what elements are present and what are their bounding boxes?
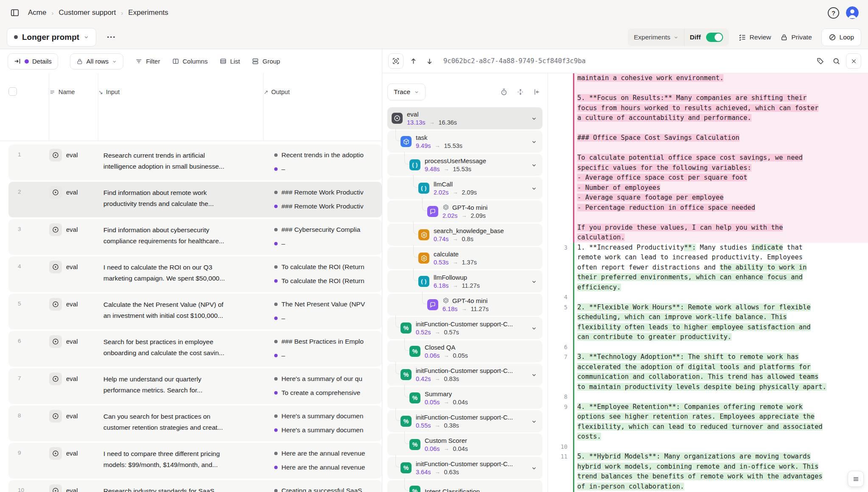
output-line: The Net Present Value (NPV (274, 300, 382, 308)
trace-span[interactable]: task 9.49s→15.53s (387, 131, 542, 153)
list-button[interactable]: List (220, 58, 240, 65)
table-row[interactable]: 9 eval I need to compare three different… (8, 443, 382, 478)
row-number: 9 (8, 443, 49, 478)
eval-icon (49, 335, 62, 348)
trace-span[interactable]: % initFunction-Customer support-C... 3.6… (387, 457, 542, 479)
timer-icon[interactable] (500, 88, 508, 96)
span-label: Custom Scorer (425, 436, 468, 445)
diff-line: 7 3. **Technology Adoption**: The shift … (548, 352, 868, 362)
column-header-input[interactable]: ↘ Input (98, 73, 264, 141)
previous-row-icon[interactable] (407, 55, 420, 67)
chevron-down-icon[interactable] (531, 465, 537, 471)
diff-line (548, 123, 868, 133)
breadcrumb: Acme › Customer support › Experiments (28, 8, 168, 17)
trace-view-selector[interactable]: Trace (387, 83, 426, 100)
breadcrumb-item-org[interactable]: Acme (28, 8, 46, 17)
more-actions-icon[interactable] (104, 33, 118, 42)
row-name-cell: eval (49, 219, 98, 255)
trace-span[interactable]: ( ) processUserMessage 9.48s→15.53s (387, 154, 542, 176)
table-row[interactable]: 2 eval Find information about remote wor… (8, 182, 382, 217)
private-button[interactable]: Private (780, 33, 812, 41)
diff-line: calculation. (548, 233, 868, 243)
loop-button[interactable]: Loop (821, 28, 861, 46)
scorer-icon: % (409, 439, 420, 450)
trace-span[interactable]: eval 13.13s→16.36s (387, 107, 542, 129)
table-row[interactable]: 10 eval Research industry standards for … (8, 480, 382, 492)
tag-icon[interactable] (814, 55, 826, 67)
select-all-checkbox[interactable] (8, 87, 17, 96)
column-header-name[interactable]: Name (49, 73, 98, 141)
row-input-cell: Research industry standards for SaaS (98, 480, 264, 492)
experiment-selector[interactable]: Longer prompt (7, 28, 96, 47)
chevron-down-icon[interactable] (531, 279, 537, 285)
table-row[interactable]: 8 eval Can you search for best practices… (8, 406, 382, 441)
sidebar-toggle-icon[interactable] (9, 7, 20, 18)
trace-span[interactable]: % initFunction-Customer support-C... 0.5… (387, 410, 542, 432)
trace-span[interactable]: calculate 0.53s→1.37s (387, 247, 542, 269)
chevron-down-icon[interactable] (531, 372, 537, 378)
chevron-down-icon[interactable] (531, 139, 537, 145)
collapse-vertical-icon[interactable] (517, 88, 524, 96)
column-header-output[interactable]: ↗ Output (264, 73, 382, 141)
trace-span[interactable]: % initFunction-Customer support-C... 0.5… (387, 317, 542, 339)
diff-line: 5. **Focus on Results:** Many companies … (548, 93, 868, 103)
chevron-down-icon[interactable] (531, 186, 537, 192)
line-number (548, 322, 573, 333)
details-button[interactable]: Details (8, 53, 58, 69)
review-button[interactable]: Review (738, 33, 771, 41)
view-selector[interactable]: Experiments (634, 33, 678, 41)
diff-line: to maintain productivity levels despite … (548, 382, 868, 392)
line-number: 7 (548, 352, 573, 362)
trace-span[interactable]: % Custom Scorer 0.06s→0.04s (387, 434, 542, 456)
row-output-cell: ### Remote Work Productiv ### Remote Wor… (264, 182, 382, 217)
diff-toggle[interactable] (706, 33, 723, 42)
row-name: eval (66, 223, 78, 233)
trace-span[interactable]: % initFunction-Customer support-C... 0.4… (387, 364, 542, 386)
row-number: 4 (8, 256, 49, 292)
output-line: Here's a summary of our qu (274, 375, 382, 383)
experiment-dot (274, 153, 278, 157)
columns-button[interactable]: Columns (172, 58, 208, 65)
row-name-cell: eval (49, 443, 98, 478)
search-icon[interactable] (830, 55, 843, 67)
table-row[interactable]: 4 eval I need to calculate the ROI on ou… (8, 256, 382, 292)
table-row[interactable]: 7 eval Help me understand our quarterly … (8, 368, 382, 404)
breadcrumb-item-project[interactable]: Customer support (58, 8, 116, 17)
trace-span[interactable]: % Intent Classification (387, 480, 542, 492)
trace-span[interactable]: % Summary 0.05s→0.04s (387, 387, 542, 409)
avatar[interactable] (846, 6, 859, 19)
help-icon[interactable]: ? (828, 7, 839, 19)
trace-span[interactable]: ( ) llmFollowup 6.18s→11.27s (387, 270, 542, 292)
filter-button[interactable]: Filter (135, 58, 160, 65)
experiment-dot (274, 466, 278, 469)
rows-filter-button[interactable]: All rows (70, 53, 124, 69)
row-name: eval (66, 261, 78, 270)
breadcrumb-item-section[interactable]: Experiments (128, 8, 168, 17)
table-row[interactable]: 3 eval Find information about cybersecur… (8, 219, 382, 255)
eval-icon (49, 149, 62, 161)
chevron-down-icon[interactable] (531, 162, 537, 168)
line-number (548, 143, 573, 153)
span-info: Summary 0.05s→0.04s (425, 390, 468, 406)
next-row-icon[interactable] (423, 55, 436, 67)
table-row[interactable]: 6 eval Search for best practices in empl… (8, 331, 382, 367)
chevron-down-icon[interactable] (531, 419, 537, 425)
trace-span[interactable]: GPT-4o mini 6.18s→11.27s (387, 294, 542, 316)
trace-span[interactable]: ( ) llmCall 2.02s→2.09s (387, 177, 542, 199)
close-icon[interactable] (846, 53, 861, 69)
layout-menu-button[interactable] (848, 471, 864, 487)
expand-icon[interactable] (388, 53, 403, 69)
table-row[interactable]: 1 eval Research current trends in artifi… (8, 145, 382, 180)
collapse-left-icon[interactable] (533, 88, 541, 96)
trace-span[interactable]: % Closed QA 0.06s→0.05s (387, 340, 542, 362)
table-row[interactable]: 5 eval Calculate the Net Present Value (… (8, 294, 382, 329)
output-line: ### Remote Work Productiv (274, 189, 382, 196)
span-durations: 13.13s→16.36s (407, 118, 457, 127)
group-button[interactable]: Group (252, 58, 280, 65)
span-durations: 0.55s→0.38s (416, 421, 513, 430)
chevron-down-icon[interactable] (531, 116, 537, 122)
chevron-down-icon[interactable] (531, 325, 537, 331)
trace-span[interactable]: search_knowledge_base 0.74s→0.8s (387, 224, 542, 246)
span-label: search_knowledge_base (434, 227, 504, 235)
trace-span[interactable]: GPT-4o mini 2.02s→2.09s (387, 200, 542, 222)
